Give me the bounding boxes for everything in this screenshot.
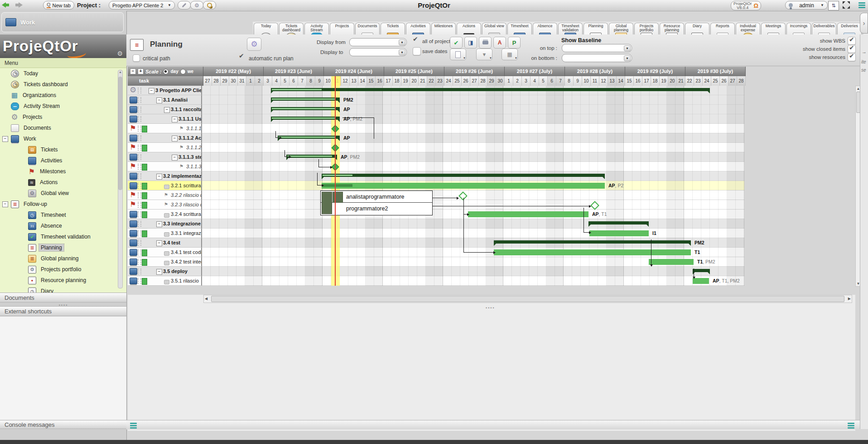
drag-handle-icon[interactable]: [138, 211, 141, 217]
save-planning-button[interactable]: ◨: [464, 37, 477, 49]
drag-handle-icon[interactable]: [138, 154, 141, 160]
drag-handle-icon[interactable]: [138, 259, 141, 265]
collapse-icon[interactable]: −: [149, 88, 154, 94]
drag-handle-icon[interactable]: [138, 173, 141, 179]
task-cell[interactable]: ⚑⚑3.2.3 rilascio codic: [128, 200, 202, 210]
task-cell[interactable]: −3.2 implementazion: [128, 171, 202, 181]
collapse-icon[interactable]: −: [156, 98, 162, 103]
save-dates-checkbox[interactable]: [413, 47, 421, 55]
gantt-task-bar[interactable]: [468, 211, 588, 217]
resource-tooltip-row[interactable]: programmatore2: [321, 203, 432, 215]
task-cell[interactable]: −3.1.1.3 stesur: [128, 152, 202, 162]
gantt-summary-bar[interactable]: [271, 117, 340, 120]
gantt-task-bar[interactable]: [649, 259, 694, 265]
drag-handle-icon[interactable]: [138, 268, 141, 274]
collapse-icon[interactable]: −: [156, 240, 162, 246]
gantt-summary-bar[interactable]: [271, 107, 340, 110]
collapse-icon[interactable]: −: [156, 269, 162, 275]
gantt-summary-bar[interactable]: [322, 174, 605, 177]
hamburger-icon[interactable]: [130, 422, 137, 429]
drag-handle-icon[interactable]: [138, 107, 141, 112]
baseline-bottom-select[interactable]: ▼: [562, 54, 632, 62]
sidebar-item-planning[interactable]: ≣Planning: [0, 242, 126, 253]
sidebar-item-projects-portfolio[interactable]: ⚙Projects portfolio: [0, 264, 126, 275]
task-cell[interactable]: −3.1.1.2 Activit: [128, 133, 202, 143]
collapse-icon[interactable]: −: [2, 136, 8, 142]
new-document-button[interactable]: ▼: [450, 49, 466, 60]
sidebar-item-actions[interactable]: ≋Actions: [0, 177, 126, 188]
gantt-summary-bar[interactable]: [588, 221, 649, 224]
display-to-select[interactable]: ▼: [349, 48, 407, 56]
drag-handle-icon[interactable]: [138, 97, 141, 103]
drag-handle-icon[interactable]: [138, 145, 141, 151]
drag-handle-icon[interactable]: [138, 221, 141, 227]
user-menu[interactable]: admin ▼: [785, 1, 828, 10]
sidebar-item-milestones[interactable]: ⚑Milestones: [0, 166, 126, 177]
sidebar-item-global-view[interactable]: ⚙Global view: [0, 188, 126, 199]
gantt-summary-bar[interactable]: [494, 240, 691, 244]
drag-handle-icon[interactable]: [138, 230, 141, 236]
task-cell[interactable]: −3.1 Analisi: [128, 95, 202, 105]
collapse-icon[interactable]: −: [2, 201, 8, 207]
sidebar-item-projects[interactable]: ⚙Projects: [0, 112, 126, 122]
task-cell[interactable]: 3.4.1 test codice: [128, 248, 202, 257]
task-cell[interactable]: −3.4 test: [128, 238, 202, 248]
columns-button[interactable]: ▦▼: [502, 49, 518, 60]
sidebar-item-work[interactable]: −Work: [0, 133, 126, 144]
sidebar-item-organizations[interactable]: ▦Organizations: [0, 90, 126, 101]
drag-handle-icon[interactable]: [138, 88, 141, 93]
sidebar-item-activities[interactable]: Activities: [0, 155, 126, 166]
critical-path-checkbox[interactable]: [133, 54, 140, 62]
sidebar-item-tickets-dashboard[interactable]: ◷Tickets dashboard: [0, 79, 126, 90]
drag-handle-icon[interactable]: [138, 116, 141, 122]
collapse-all-button[interactable]: −: [130, 68, 136, 74]
filter-button[interactable]: ▼▼: [476, 49, 492, 60]
run-plan-button[interactable]: ⚙: [247, 38, 261, 51]
scale-day-radio[interactable]: [163, 69, 169, 74]
sidebar-item-tickets[interactable]: ▤Tickets: [0, 144, 126, 155]
toggle-panels-button[interactable]: ⇅: [828, 1, 839, 10]
task-cell[interactable]: ⚑⚑3.1.1.1.1 do: [128, 124, 202, 133]
collapse-icon[interactable]: −: [156, 174, 162, 180]
drag-handle-icon[interactable]: [138, 126, 141, 132]
task-cell[interactable]: 3.5.1 rilascio: [128, 276, 202, 286]
drag-handle-icon[interactable]: [138, 164, 141, 170]
task-cell[interactable]: ⚑⚑3.2.2 rilascio codic: [128, 190, 202, 200]
sidebar-item-resource-planning[interactable]: ●Resource planning: [0, 275, 126, 286]
gantt-summary-bar[interactable]: [271, 88, 710, 91]
fullscreen-button[interactable]: [841, 1, 852, 9]
expand-all-button[interactable]: +: [138, 68, 144, 74]
sidebar-item-diary[interactable]: ◷Diary: [0, 286, 126, 293]
task-cell[interactable]: 3.2.4 scrittura doc: [128, 210, 202, 219]
collapse-icon[interactable]: −: [156, 221, 162, 227]
collapse-icon[interactable]: −: [172, 136, 178, 141]
scale-week-radio[interactable]: [180, 69, 186, 74]
task-cell[interactable]: 3.2.1 scrittura cod: [128, 181, 202, 190]
drag-handle-icon[interactable]: [138, 240, 141, 246]
drag-handle-icon[interactable]: [138, 183, 141, 189]
hamburger-icon[interactable]: [848, 422, 854, 429]
sidebar-item-activity-stream[interactable]: •••Activity Stream: [0, 101, 126, 112]
drag-handle-icon[interactable]: [138, 278, 141, 284]
task-cell[interactable]: −3.5 deploy: [128, 267, 202, 276]
gantt-summary-bar[interactable]: [271, 98, 340, 101]
sidebar-item-timesheet-validation[interactable]: ✔Timesheet validation: [0, 231, 126, 242]
drag-handle-icon[interactable]: [138, 192, 141, 198]
menu-scrollbar[interactable]: ▲: [118, 70, 123, 288]
documents-panel-header[interactable]: Documents: [0, 293, 126, 303]
tabs-overflow-indicator[interactable]: ›: [860, 13, 868, 34]
sidebar-item-today[interactable]: ◷Today: [0, 68, 126, 79]
show-resources-checkbox[interactable]: [848, 53, 856, 61]
all-of-project-checkbox[interactable]: [412, 37, 419, 44]
export-project-button[interactable]: P: [508, 37, 521, 49]
sidebar-item-timesheet[interactable]: ◷Timesheet: [0, 210, 126, 220]
collapse-icon[interactable]: −: [172, 155, 178, 161]
gantt-task-bar[interactable]: [494, 249, 691, 255]
collapse-icon[interactable]: −: [172, 117, 178, 122]
gantt-summary-bar[interactable]: [278, 136, 340, 139]
sidebar-item-documents[interactable]: Documents: [0, 122, 126, 133]
task-cell[interactable]: 3.4.2 test integraz: [128, 257, 202, 267]
console-panel-header[interactable]: Console messages: [0, 420, 126, 429]
display-from-select[interactable]: ▼: [349, 38, 407, 46]
task-cell[interactable]: 3.3.1 integrazione: [128, 229, 202, 238]
